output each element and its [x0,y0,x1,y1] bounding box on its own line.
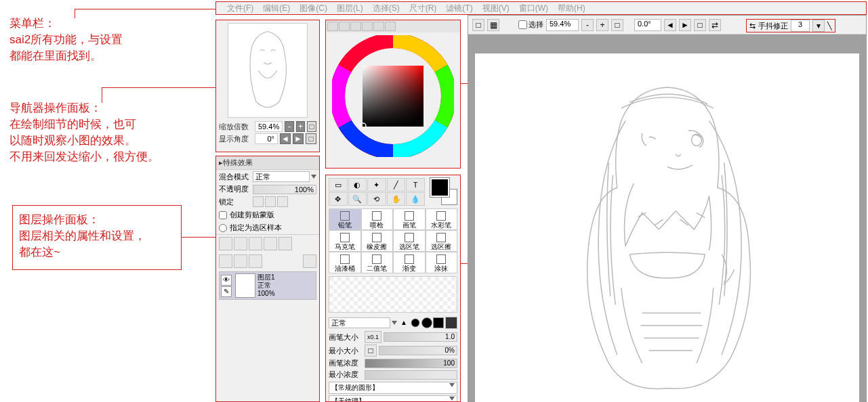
tool-hand[interactable]: ✋ [387,192,406,206]
density-slider[interactable]: 100 [365,359,457,368]
lock-icon-1[interactable] [253,196,264,207]
mask-icon[interactable] [264,237,277,250]
stabilizer-dropdown[interactable]: ▾ [812,20,825,32]
tool-zoom[interactable]: 🔍 [348,192,367,206]
brush-binary[interactable]: 二值笔 [361,252,394,273]
menu-select[interactable]: 选择(S) [370,3,402,14]
menu-window[interactable]: 窗口(W) [516,3,551,14]
foreground-color-swatch[interactable] [430,178,449,197]
brush-mode-select[interactable]: 正常 [329,317,390,328]
brush-blur[interactable]: 涂抹 [426,252,458,273]
mode-dropdown-icon[interactable] [392,321,397,325]
tool-line[interactable]: ╱ [387,178,406,192]
layer-visibility-icon[interactable]: 👁 [221,275,232,286]
menu-edit[interactable]: 编辑(E) [260,3,293,14]
zoom-fit-btn[interactable]: □ [611,19,623,31]
zoom-minus[interactable]: - [285,121,294,132]
brush-watercolor[interactable]: 水彩笔 [426,208,458,230]
angle-reset[interactable]: □ [306,133,316,144]
color-wheel[interactable] [326,35,460,164]
color-tab-gray[interactable] [362,22,373,31]
color-tab-rgb[interactable] [339,22,350,31]
tool-rotate[interactable]: ⟲ [367,192,386,206]
brush-selpen[interactable]: 选区笔 [393,230,426,252]
stabilizer-value[interactable]: 3 [791,20,810,32]
effects-header[interactable]: ▸特殊效果 [216,156,319,170]
menu-view[interactable]: 视图(V) [480,3,512,14]
new-folder-icon[interactable] [249,237,262,250]
zoom-field[interactable]: 59.4% [546,19,579,31]
minsize-slider[interactable]: 0% [379,346,457,355]
color-tab-swatch[interactable] [373,22,384,31]
menu-size[interactable]: 尺寸(R) [407,3,440,14]
opacity-slider[interactable]: 100% [253,185,316,194]
vt-btn-1[interactable]: □ [472,19,484,31]
angle-left[interactable]: ◄ [280,133,291,144]
brush-seleraser[interactable]: 选区擦 [426,230,458,252]
clear-icon[interactable] [249,254,262,268]
tool-wand[interactable]: ✦ [367,178,386,192]
brush-gradient[interactable]: 渐变 [393,252,426,273]
zoom-out-btn[interactable]: - [581,19,594,31]
menu-image[interactable]: 图像(C) [297,3,330,14]
layer-edit-icon[interactable]: ✎ [221,286,232,297]
navigator-preview[interactable] [228,23,308,118]
blend-value[interactable]: 正常 [253,171,310,182]
brush-pencil[interactable]: 铅笔 [329,208,361,230]
flip-btn[interactable]: ⇄ [709,19,721,31]
size-slider[interactable]: 1.0 [384,332,457,342]
zoom-plus[interactable]: + [296,121,306,132]
layer-item-1[interactable]: 👁 ✎ 图层1 正常 100% [219,271,316,300]
rotate-right-btn[interactable]: ► [679,19,691,31]
lock-icon-2[interactable] [265,196,276,207]
blend-dropdown-icon[interactable] [311,175,316,179]
brush-shape-dropdown[interactable]: 【常规的圆形】 [329,382,457,394]
selection-src-radio[interactable] [219,224,227,232]
merge-icon[interactable] [219,254,232,268]
brush-texture-dropdown[interactable]: 【无纹理】 [329,395,457,402]
clip-checkbox[interactable] [219,211,227,219]
angle-value[interactable]: 0° [255,133,278,144]
color-tab-wheel[interactable] [327,22,338,31]
canvas[interactable] [475,53,859,402]
brush-edge-icons[interactable] [398,317,444,328]
new-layer-icon[interactable] [219,237,232,250]
zoom-reset[interactable]: □ [307,121,316,132]
angle-right[interactable]: ► [293,133,304,144]
rotate-field[interactable]: 0.0° [634,19,661,31]
zoom-in-btn[interactable]: + [596,19,608,31]
brush-brush[interactable]: 画笔 [393,208,426,230]
stabilizer-line-icon[interactable]: ╲ [827,22,832,30]
tool-lasso[interactable]: ◐ [348,178,367,192]
brush-marker[interactable]: 马克笔 [329,230,361,252]
transfer-icon[interactable] [278,237,292,250]
minsize-btn[interactable]: □ [365,344,377,357]
brush-airbrush[interactable]: 喷枪 [361,208,394,230]
tool-move[interactable]: ✥ [329,192,348,206]
delete-layer-icon[interactable] [303,254,316,268]
menu-file[interactable]: 文件(F) [224,3,256,14]
swap-icon[interactable]: ⇆ [749,22,756,30]
lock-icon-3[interactable] [277,196,288,207]
menu-layer[interactable]: 图层(L) [334,3,366,14]
size-mult-btn[interactable]: x0.1 [365,331,381,343]
menu-help[interactable]: 帮助(H) [555,3,588,14]
brush-eraser[interactable]: 橡皮擦 [361,230,394,252]
brush-bucket[interactable]: 油漆桶 [329,252,361,273]
select-checkbox[interactable] [518,20,527,29]
color-tab-palette[interactable] [385,22,396,31]
mindensity-slider[interactable] [365,370,457,380]
tool-text[interactable]: T [406,178,425,192]
rotate-reset-btn[interactable]: □ [694,19,706,31]
flatten-icon[interactable] [234,254,247,268]
new-linework-icon[interactable] [234,237,247,250]
color-swatches[interactable] [430,178,457,205]
color-tab-hsv[interactable] [350,22,361,31]
brush-shape-rect-icon[interactable] [445,317,457,329]
tool-select-rect[interactable]: ▭ [329,178,348,192]
tool-eyedropper[interactable]: 💧 [406,192,425,206]
rotate-left-btn[interactable]: ◄ [664,19,676,31]
vt-btn-2[interactable]: ▦ [487,19,499,31]
menu-filter[interactable]: 滤镜(T) [443,3,475,14]
zoom-value[interactable]: 59.4% [255,121,283,132]
